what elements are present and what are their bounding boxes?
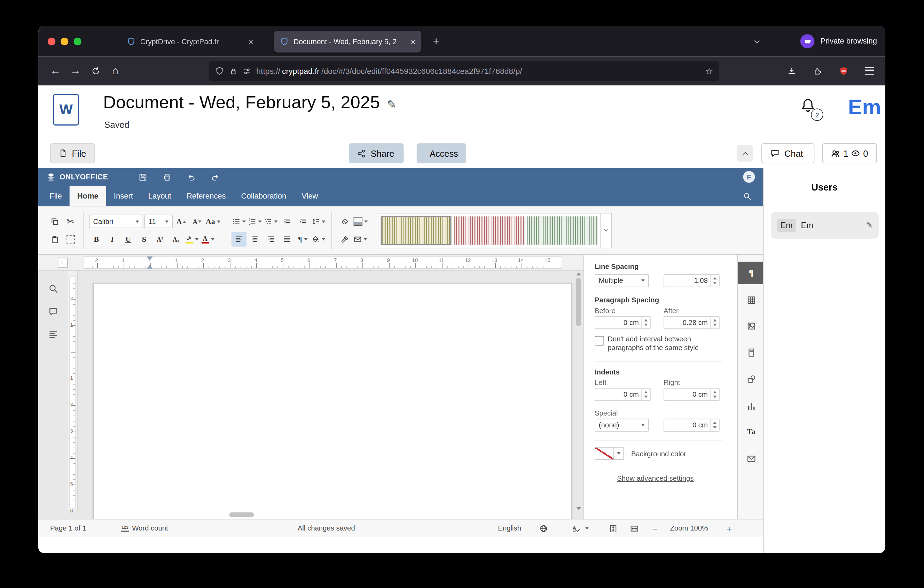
spacing-after-spinner[interactable]: 0.28 cm	[663, 316, 719, 329]
mailmerge-settings-tab[interactable]	[738, 448, 764, 470]
list-tabs-chevron-icon[interactable]	[749, 34, 764, 48]
bullet-list-button[interactable]	[231, 214, 246, 228]
line-spacing-button[interactable]	[311, 214, 326, 228]
spellcheck-button[interactable]	[572, 519, 589, 537]
navigation-button[interactable]	[48, 330, 58, 340]
window-zoom-button[interactable]	[74, 38, 81, 45]
textart-settings-tab[interactable]: Ta	[738, 420, 764, 443]
save-button[interactable]	[139, 172, 147, 181]
numbered-list-button[interactable]: 12	[248, 214, 262, 228]
close-tab-icon[interactable]: ×	[249, 37, 254, 46]
indent-right-spinner[interactable]: 0 cm	[663, 388, 719, 401]
edit-user-pencil-icon[interactable]: ✎	[866, 220, 873, 230]
paste-button[interactable]	[47, 232, 62, 246]
extensions-icon[interactable]	[807, 61, 828, 80]
find-button[interactable]	[48, 284, 58, 294]
menu-tab-view[interactable]: View	[294, 186, 325, 206]
special-select[interactable]: (none)	[595, 419, 649, 431]
vertical-scrollbar[interactable]	[575, 272, 582, 511]
url-bar[interactable]: https:// cryptpad.fr /doc/#/3/doc/edit/f…	[209, 61, 719, 81]
horizontal-ruler[interactable]: L 21123456789101112131415	[38, 254, 584, 271]
first-line-indent-marker[interactable]	[147, 256, 152, 261]
horizontal-scrollbar[interactable]	[229, 512, 254, 517]
line-spacing-select[interactable]: Multiple	[595, 274, 649, 287]
paragraph-borders-button[interactable]	[353, 214, 368, 228]
no-interval-checkbox[interactable]	[595, 336, 604, 345]
new-tab-button[interactable]: +	[429, 33, 444, 49]
browser-tab-cryptdrive[interactable]: CryptDrive - CryptPad.fr ×	[121, 31, 259, 53]
style-gallery-expand-button[interactable]	[600, 213, 611, 247]
image-settings-tab[interactable]	[738, 315, 764, 337]
mail-merge-button[interactable]	[353, 232, 368, 246]
justify-button[interactable]	[279, 232, 294, 246]
chart-settings-tab[interactable]	[738, 395, 764, 417]
window-minimize-button[interactable]	[61, 38, 68, 45]
permissions-icon[interactable]	[243, 67, 251, 75]
comments-button[interactable]	[48, 307, 58, 317]
style-swatch-2[interactable]	[454, 216, 524, 245]
strikethrough-button[interactable]: S	[137, 232, 152, 246]
copy-button[interactable]	[47, 214, 62, 228]
connection-lock-icon[interactable]	[229, 67, 238, 75]
vertical-ruler[interactable]: 21123456	[68, 271, 78, 511]
undo-button[interactable]	[187, 172, 196, 181]
language-select[interactable]: English	[498, 519, 521, 537]
downloads-icon[interactable]	[782, 61, 802, 80]
paragraph-shading-button[interactable]	[311, 232, 326, 246]
increase-font-button[interactable]: A	[174, 214, 188, 228]
collaborator-avatar[interactable]: E	[743, 171, 755, 183]
decrease-font-button[interactable]: A	[190, 214, 205, 228]
superscript-button[interactable]: A²	[152, 232, 167, 246]
background-color-dropdown[interactable]	[614, 447, 624, 460]
highlight-color-button[interactable]	[185, 232, 199, 246]
user-avatar[interactable]: Em	[848, 95, 881, 120]
edit-title-pencil-icon[interactable]: ✎	[387, 99, 396, 111]
browser-tab-document[interactable]: Document - Wed, February 5, 2 ×	[274, 31, 421, 53]
advanced-settings-link[interactable]: Show advanced settings	[617, 474, 693, 482]
tracking-shield-icon[interactable]	[215, 66, 224, 75]
back-button[interactable]: ←	[45, 62, 66, 81]
align-center-button[interactable]	[248, 232, 262, 246]
align-right-button[interactable]	[264, 232, 278, 246]
zoom-out-button[interactable]: −	[652, 519, 658, 537]
window-close-button[interactable]	[48, 38, 55, 45]
menu-tab-insert[interactable]: Insert	[106, 186, 141, 206]
fit-width-button[interactable]	[630, 519, 639, 537]
redo-button[interactable]	[211, 172, 220, 181]
participants-button[interactable]: 1 0	[822, 143, 877, 164]
document-page[interactable]	[93, 283, 571, 519]
menu-tab-layout[interactable]: Layout	[141, 186, 179, 206]
editor-search-button[interactable]	[735, 186, 760, 206]
menu-tab-references[interactable]: References	[179, 186, 234, 206]
zoom-in-button[interactable]: +	[727, 519, 732, 537]
print-button[interactable]	[163, 172, 172, 181]
left-indent-marker[interactable]	[147, 265, 152, 269]
home-button[interactable]: ⌂	[106, 62, 126, 81]
align-left-button[interactable]	[231, 232, 246, 246]
cut-button[interactable]: ✂	[63, 214, 78, 228]
font-family-select[interactable]: Calibri	[89, 215, 144, 228]
subscript-button[interactable]: A₂	[168, 232, 183, 246]
select-all-button[interactable]	[63, 232, 78, 246]
change-case-button[interactable]: Aa	[206, 214, 220, 228]
share-button[interactable]: Share	[349, 143, 404, 164]
multilevel-list-button[interactable]	[264, 214, 278, 228]
clear-style-button[interactable]	[337, 214, 351, 228]
word-count-button[interactable]: 123 Word count	[121, 519, 168, 537]
document-language-button[interactable]	[539, 519, 548, 537]
background-color-swatch[interactable]	[595, 447, 614, 460]
tab-stop-selector[interactable]: L	[58, 258, 68, 268]
indent-left-spinner[interactable]: 0 cm	[595, 388, 651, 401]
menu-tab-home[interactable]: Home	[69, 186, 106, 206]
copy-style-button[interactable]	[337, 232, 351, 246]
forward-button[interactable]: →	[66, 62, 86, 81]
reload-button[interactable]	[85, 62, 106, 81]
collapse-toolbar-button[interactable]	[737, 145, 753, 161]
shape-settings-tab[interactable]	[738, 368, 764, 390]
font-color-button[interactable]: A	[201, 232, 215, 246]
spacing-before-spinner[interactable]: 0 cm	[595, 316, 651, 329]
menu-icon[interactable]	[859, 61, 879, 80]
style-swatch-3[interactable]	[527, 216, 597, 245]
headerfooter-settings-tab[interactable]	[738, 341, 764, 364]
special-value-spinner[interactable]: 0 cm	[663, 419, 719, 431]
